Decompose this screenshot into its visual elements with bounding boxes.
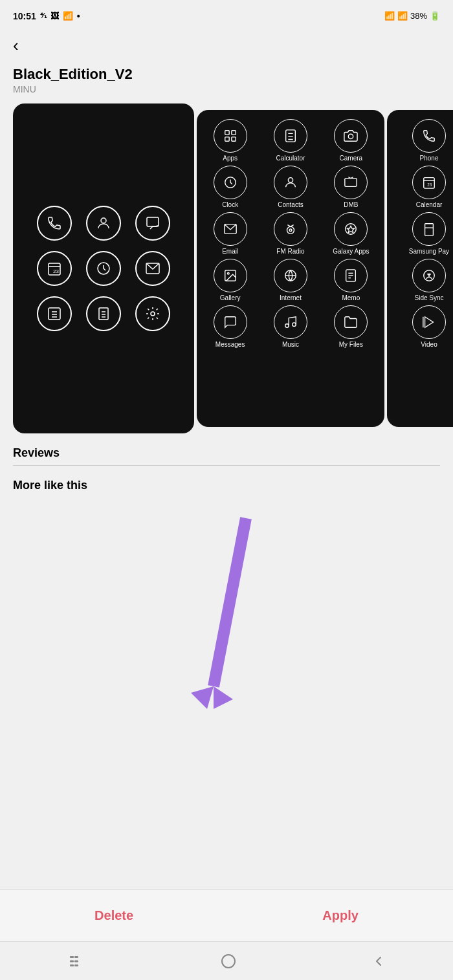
apply-button[interactable]: Apply bbox=[296, 902, 384, 930]
music-grid-icon: Music bbox=[267, 305, 315, 348]
myfiles-grid-icon: My Files bbox=[327, 305, 375, 348]
person-icon-preview bbox=[86, 206, 121, 241]
svg-rect-20 bbox=[286, 130, 296, 142]
messages-grid-icon: Messages bbox=[206, 305, 254, 348]
email-icon-preview bbox=[135, 251, 170, 286]
svg-point-0 bbox=[101, 218, 106, 223]
image-icon: 🖼 bbox=[50, 11, 59, 21]
svg-point-15 bbox=[151, 312, 155, 316]
reviews-heading: Reviews bbox=[13, 446, 440, 460]
nav-menu-button[interactable] bbox=[67, 955, 85, 968]
status-bar: 10:51 ⁴⁄₁ 🖼 📶 • 📶 📶 38% 🔋 bbox=[0, 0, 453, 29]
settings-icon-preview bbox=[135, 296, 170, 331]
galaxyapps-grid-icon: Galaxy Apps bbox=[327, 212, 375, 255]
svg-marker-52 bbox=[214, 686, 233, 709]
svg-point-30 bbox=[289, 229, 292, 232]
theme-title: Black_Edition_V2 bbox=[13, 66, 440, 83]
calc-icon-preview bbox=[37, 296, 72, 331]
preview-card-grid: Apps Calculator bbox=[197, 110, 384, 427]
phone-icon-preview bbox=[37, 206, 72, 241]
apps-grid-icon: Apps bbox=[206, 119, 254, 162]
memo-grid-icon: Memo bbox=[327, 259, 375, 301]
partial-samsung-pay: Samsung Pay bbox=[391, 212, 453, 255]
gallery-grid-icon: Gallery bbox=[206, 259, 254, 301]
svg-rect-57 bbox=[70, 964, 74, 966]
partial-phone: Phone bbox=[391, 119, 453, 162]
icon-row-1 bbox=[37, 206, 170, 241]
icon-row-3 bbox=[37, 296, 170, 331]
chat-icon-preview bbox=[135, 206, 170, 241]
nav-back-button[interactable] bbox=[371, 954, 386, 968]
svg-point-24 bbox=[349, 134, 353, 138]
clock-icon-preview bbox=[86, 251, 121, 286]
icon-row-2: 23 bbox=[37, 251, 170, 286]
calendar-icon-preview: 23 bbox=[37, 251, 72, 286]
preview-container: 23 bbox=[0, 103, 453, 433]
dot-indicator: • bbox=[77, 11, 80, 21]
svg-rect-17 bbox=[231, 131, 235, 135]
contacts-grid-icon: Contacts bbox=[267, 166, 315, 208]
dmb-grid-icon: DMB bbox=[327, 166, 375, 208]
email-grid-icon: Email bbox=[206, 212, 254, 255]
calculator-grid-icon: Calculator bbox=[267, 119, 315, 162]
svg-marker-48 bbox=[425, 317, 434, 328]
preview-card-partial: Phone 23 Calendar Samsung Pay bbox=[387, 110, 453, 427]
svg-rect-45 bbox=[425, 224, 434, 235]
svg-rect-59 bbox=[222, 955, 235, 968]
reviews-section: Reviews bbox=[0, 433, 453, 465]
clipboard-icon-preview bbox=[86, 296, 121, 331]
svg-rect-55 bbox=[70, 960, 74, 962]
partial-calendar: 23 Calendar bbox=[391, 166, 453, 208]
nfc-icon: 📶 bbox=[63, 11, 73, 21]
arrow-svg bbox=[155, 512, 298, 719]
partial-side-sync: Side Sync bbox=[391, 259, 453, 301]
svg-rect-7 bbox=[49, 308, 60, 320]
svg-rect-18 bbox=[225, 137, 228, 141]
internet-grid-icon: Internet bbox=[267, 259, 315, 301]
svg-rect-56 bbox=[74, 960, 78, 962]
svg-rect-11 bbox=[99, 308, 108, 320]
signal-bars-icon: 📶 bbox=[397, 11, 408, 21]
svg-rect-16 bbox=[225, 131, 228, 135]
svg-rect-27 bbox=[345, 179, 357, 187]
nav-bar bbox=[0, 941, 453, 980]
svg-marker-51 bbox=[191, 686, 214, 709]
battery-icon: 🔋 bbox=[430, 11, 440, 21]
back-icon: ‹ bbox=[13, 36, 19, 55]
camera-grid-icon: Camera bbox=[327, 119, 375, 162]
arrow-area bbox=[0, 492, 453, 719]
svg-point-29 bbox=[287, 226, 294, 234]
svg-rect-19 bbox=[231, 137, 235, 141]
svg-rect-53 bbox=[70, 956, 74, 958]
battery-text: 38% bbox=[410, 11, 427, 21]
status-right: 📶 📶 38% 🔋 bbox=[384, 11, 440, 21]
signal-icon: ⁴⁄₁ bbox=[40, 12, 47, 20]
nav-home-button[interactable] bbox=[220, 953, 237, 970]
svg-point-26 bbox=[288, 178, 293, 182]
grid-row-2: Clock Contacts DMB bbox=[202, 166, 379, 208]
clock-grid-icon: Clock bbox=[206, 166, 254, 208]
grid-row-3: Email FM Radio bbox=[202, 212, 379, 255]
more-like-this-section: More like this bbox=[0, 466, 453, 492]
svg-point-40 bbox=[285, 324, 289, 328]
theme-author: MINU bbox=[13, 84, 440, 94]
svg-point-33 bbox=[227, 272, 229, 274]
more-heading: More like this bbox=[13, 479, 440, 492]
svg-text:23: 23 bbox=[427, 182, 432, 187]
preview-card-main: 23 bbox=[13, 103, 194, 433]
svg-rect-1 bbox=[147, 217, 159, 226]
wifi-icon: 📶 bbox=[384, 11, 395, 21]
time-display: 10:51 bbox=[13, 11, 36, 21]
svg-text:23: 23 bbox=[53, 268, 59, 274]
status-time: 10:51 ⁴⁄₁ 🖼 📶 • bbox=[13, 11, 80, 21]
partial-video: Video bbox=[391, 305, 453, 348]
svg-point-41 bbox=[293, 323, 296, 327]
grid-row-4: Gallery Internet bbox=[202, 259, 379, 301]
fmradio-grid-icon: FM Radio bbox=[267, 212, 315, 255]
back-button[interactable]: ‹ bbox=[0, 29, 32, 60]
svg-rect-54 bbox=[74, 956, 78, 958]
grid-row-1: Apps Calculator bbox=[202, 119, 379, 162]
bottom-actions-bar: Delete Apply bbox=[0, 889, 453, 941]
delete-button[interactable]: Delete bbox=[69, 902, 159, 930]
grid-row-5: Messages Music My Files bbox=[202, 305, 379, 348]
